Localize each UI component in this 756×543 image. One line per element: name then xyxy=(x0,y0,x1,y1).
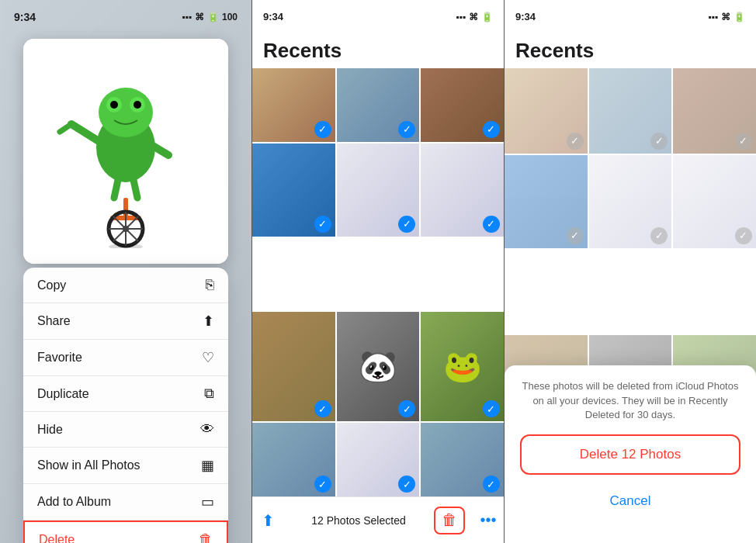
check-6: ✓ xyxy=(483,216,500,233)
context-menu: Copy ⎘ Share ⬆ Favorite ♡ Duplicate ⧉ Hi… xyxy=(23,268,228,543)
photo-preview-card xyxy=(23,39,228,264)
share-toolbar-btn[interactable]: ⬆ xyxy=(252,507,283,534)
status-icons-2: ▪▪▪ ⌘ 🔋 xyxy=(456,12,493,22)
svg-line-10 xyxy=(134,180,137,198)
panel-delete-confirm: 9:34 ▪▪▪ ⌘ 🔋 Recents ✓ ✓ ✓ ✓ ✓ ✓ ✓ xyxy=(504,0,756,543)
grid-cell3-car: ✓ xyxy=(589,68,672,154)
duplicate-icon: ⧉ xyxy=(204,386,214,402)
panel2-recents-header: Recents xyxy=(263,39,342,63)
grid-cell-brown[interactable]: ✓ xyxy=(252,312,335,422)
menu-item-favorite[interactable]: Favorite ♡ xyxy=(23,340,228,376)
grid-cell3-pool: ✓ xyxy=(505,155,588,248)
check-11: ✓ xyxy=(398,476,415,493)
svg-point-1 xyxy=(99,88,153,137)
status-icons-3: ▪▪▪ ⌘ 🔋 xyxy=(708,12,745,22)
panel3-recents-header: Recents xyxy=(515,39,594,63)
panel-multiselect: 9:34 ▪▪▪ ⌘ 🔋 Recents ✓ ✓ ✓ ✓ ✓ ✓ ✓ xyxy=(251,0,504,543)
grid-cell-dog[interactable]: ✓ xyxy=(252,68,335,142)
menu-delete-label: Delete xyxy=(39,533,75,544)
menu-item-show-all[interactable]: Show in All Photos ▦ xyxy=(23,448,228,484)
signal-icon-3: ▪▪▪ xyxy=(708,12,718,22)
grid-cell3-door: ✓ xyxy=(673,68,756,154)
frog-svg xyxy=(56,54,196,248)
status-bar-1: 9:34 ▪▪▪ ⌘ 🔋 100 xyxy=(0,11,251,23)
menu-hide-label: Hide xyxy=(37,423,63,437)
delete-cancel-button[interactable]: Cancel xyxy=(520,482,740,520)
check-4: ✓ xyxy=(314,216,331,233)
grid-cell3-screenshot2: ✓ xyxy=(673,155,756,248)
delete-confirmation-overlay: These photos will be deleted from iCloud… xyxy=(505,365,756,543)
trash-icon: 🗑 xyxy=(199,531,213,543)
grid-cell3-screenshot1: ✓ xyxy=(589,155,672,248)
svg-line-9 xyxy=(114,180,118,198)
grid-cell3-dog: ✓ xyxy=(505,68,588,154)
panel-context-menu: 9:34 ▪▪▪ ⌘ 🔋 100 xyxy=(0,0,251,543)
grid-cell-screenshot2[interactable]: ✓ xyxy=(421,144,504,237)
menu-item-copy[interactable]: Copy ⎘ xyxy=(23,268,228,303)
grey-check-6: ✓ xyxy=(735,227,752,244)
trash-toolbar-btn[interactable]: 🗑 xyxy=(434,507,465,534)
menu-duplicate-label: Duplicate xyxy=(37,387,89,401)
grid-cell-folder2[interactable]: ✓ xyxy=(421,423,504,496)
status-bar-2: 9:34 ▪▪▪ ⌘ 🔋 xyxy=(252,11,504,22)
grey-check-4: ✓ xyxy=(567,227,584,244)
more-toolbar-btn[interactable]: ••• xyxy=(473,507,504,534)
grid-cell-folder1[interactable]: ✓ xyxy=(252,423,335,496)
share-icon: ⬆ xyxy=(203,313,214,330)
signal-icon: ▪▪▪ xyxy=(182,12,192,22)
status-time-2: 9:34 xyxy=(263,11,283,22)
check-3: ✓ xyxy=(483,121,500,138)
battery-text: 100 xyxy=(222,12,238,22)
status-time-3: 9:34 xyxy=(515,11,536,22)
grid-cell-panda[interactable]: 🐼 ✓ xyxy=(337,312,420,422)
selected-count-text: 12 Photos Selected xyxy=(291,514,426,527)
grid-cell-frog[interactable]: 🐸 ✓ xyxy=(421,312,504,422)
frog-unicycle-image xyxy=(23,39,228,264)
menu-add-album-label: Add to Album xyxy=(37,495,111,509)
grey-check-5: ✓ xyxy=(650,227,668,244)
status-icons-1: ▪▪▪ ⌘ 🔋 100 xyxy=(182,12,238,22)
grid-cell-screenshot3[interactable]: ✓ xyxy=(337,423,420,496)
heart-icon: ♡ xyxy=(202,349,214,366)
delete-confirm-button[interactable]: Delete 12 Photos xyxy=(520,434,740,475)
menu-show-all-label: Show in All Photos xyxy=(37,458,140,472)
grid-cell-door[interactable]: ✓ xyxy=(421,68,504,142)
grid-icon: ▦ xyxy=(201,457,214,474)
signal-icon-2: ▪▪▪ xyxy=(456,12,466,22)
check-7: ✓ xyxy=(314,400,331,417)
delete-description-text: These photos will be deleted from iCloud… xyxy=(520,379,740,422)
grid-cell-car[interactable]: ✓ xyxy=(337,68,420,142)
battery-icon-3: 🔋 xyxy=(733,12,745,22)
status-bar-3: 9:34 ▪▪▪ ⌘ 🔋 xyxy=(505,11,756,22)
panel2-toolbar: ⬆ 12 Photos Selected 🗑 ••• xyxy=(252,496,504,543)
svg-point-19 xyxy=(109,244,143,248)
menu-favorite-label: Favorite xyxy=(37,351,82,365)
check-1: ✓ xyxy=(314,121,331,138)
check-10: ✓ xyxy=(314,476,331,493)
menu-item-duplicate[interactable]: Duplicate ⧉ xyxy=(23,376,228,412)
wifi-icon-2: ⌘ xyxy=(469,12,478,22)
battery-icon: 🔋 xyxy=(207,12,219,22)
menu-copy-label: Copy xyxy=(37,278,66,292)
svg-point-5 xyxy=(134,101,141,109)
menu-item-delete[interactable]: Delete 🗑 xyxy=(23,521,228,543)
check-12: ✓ xyxy=(483,476,500,493)
grid-cell-pool[interactable]: ✓ xyxy=(252,144,335,237)
album-icon: ▭ xyxy=(201,493,214,510)
grey-check-1: ✓ xyxy=(567,133,584,150)
eye-icon: 👁︎ xyxy=(200,421,214,438)
menu-item-add-album[interactable]: Add to Album ▭ xyxy=(23,484,228,521)
svg-point-4 xyxy=(110,101,118,109)
photos-grid-2: ✓ ✓ ✓ ✓ ✓ ✓ ✓ 🐼 ✓ 🐸 ✓ xyxy=(252,68,504,496)
svg-line-6 xyxy=(71,124,102,144)
status-time-1: 9:34 xyxy=(14,11,36,23)
check-2: ✓ xyxy=(398,121,415,138)
menu-item-hide[interactable]: Hide 👁︎ xyxy=(23,412,228,448)
grid-cell-screenshot1[interactable]: ✓ xyxy=(337,144,420,237)
menu-item-share[interactable]: Share ⬆ xyxy=(23,303,228,340)
copy-icon: ⎘ xyxy=(206,277,214,293)
wifi-icon-3: ⌘ xyxy=(721,12,730,22)
wifi-icon: ⌘ xyxy=(195,12,204,22)
grey-check-3: ✓ xyxy=(735,133,752,150)
svg-line-7 xyxy=(60,124,71,132)
